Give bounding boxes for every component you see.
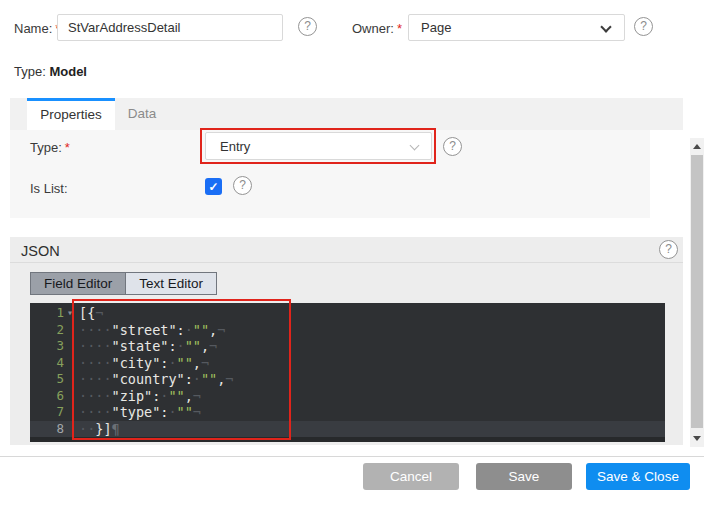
cancel-button[interactable]: Cancel (363, 463, 459, 490)
code-text: ····"street":·"",¬ (76, 322, 225, 339)
owner-label: Owner:* (352, 21, 402, 36)
line-number: 3 (30, 338, 64, 355)
code-line: 7····"type":·""¬ (30, 404, 665, 421)
variable-type-text: Type: Model (14, 64, 87, 79)
code-text: ··}]¶ (76, 421, 120, 438)
name-input[interactable] (57, 14, 283, 41)
code-text: ····"country":·"",¬ (76, 371, 233, 388)
line-number: 1 (30, 305, 64, 322)
gutter-spacer (64, 322, 76, 339)
line-number: 6 (30, 388, 64, 405)
code-line: 8··}]¶ (30, 421, 665, 438)
owner-select-value: Page (421, 20, 451, 35)
code-text: ····"zip":·"",¬ (76, 388, 201, 405)
save-button[interactable]: Save (476, 463, 572, 490)
gutter-spacer (64, 355, 76, 372)
line-number: 2 (30, 322, 64, 339)
line-number: 7 (30, 404, 64, 421)
text-editor-tab[interactable]: Text Editor (125, 273, 216, 294)
scrollbar-thumb[interactable] (691, 155, 703, 428)
name-help-icon[interactable]: ? (298, 17, 317, 36)
code-line: 5····"country":·"",¬ (30, 371, 665, 388)
code-line: 4····"city":·"",¬ (30, 355, 665, 372)
line-number: 8 (30, 421, 64, 438)
variable-editor-dialog: Name:* ? Owner:* Page ? Type: Model Prop… (0, 0, 704, 511)
owner-select[interactable]: Page (408, 14, 625, 41)
tab-data[interactable]: Data (115, 98, 169, 130)
scroll-down-icon[interactable] (693, 436, 701, 441)
scroll-up-icon[interactable] (693, 144, 701, 149)
json-section: JSON ? Field Editor Text Editor 1▾[{¬2··… (10, 237, 683, 445)
code-text: ····"type":·""¬ (76, 404, 201, 421)
type-select-value: Entry (220, 139, 250, 154)
name-label: Name:* (14, 21, 60, 36)
json-section-header: JSON (10, 237, 683, 263)
fold-arrow-icon[interactable]: ▾ (64, 305, 76, 322)
gutter-spacer (64, 371, 76, 388)
field-editor-tab[interactable]: Field Editor (31, 273, 125, 294)
save-and-close-button[interactable]: Save & Close (586, 463, 690, 490)
owner-help-icon[interactable]: ? (634, 17, 653, 36)
chevron-down-icon (410, 141, 420, 151)
required-asterisk: * (65, 140, 70, 155)
tab-bar: Properties Data (10, 98, 683, 130)
json-help-icon[interactable]: ? (659, 240, 678, 259)
json-code-editor[interactable]: 1▾[{¬2····"street":·"",¬3····"state":·""… (30, 303, 665, 442)
type-field-label: Type:* (30, 140, 70, 155)
required-asterisk: * (397, 21, 402, 36)
gutter-spacer (64, 388, 76, 405)
is-list-help-icon[interactable]: ? (233, 176, 252, 195)
gutter-spacer (64, 338, 76, 355)
type-help-icon[interactable]: ? (443, 137, 462, 156)
type-select[interactable]: Entry (205, 132, 432, 160)
vertical-scrollbar[interactable] (690, 138, 704, 447)
is-list-checkbox[interactable] (205, 178, 222, 195)
code-text: ····"city":·"",¬ (76, 355, 209, 372)
code-text: ····"state":·"",¬ (76, 338, 217, 355)
is-list-label: Is List: (30, 181, 68, 196)
code-line: 1▾[{¬ (30, 305, 665, 322)
footer-divider (0, 456, 704, 457)
code-line: 6····"zip":·"",¬ (30, 388, 665, 405)
gutter-spacer (64, 404, 76, 421)
code-lines: 1▾[{¬2····"street":·"",¬3····"state":·""… (30, 305, 665, 437)
code-line: 2····"street":·"",¬ (30, 322, 665, 339)
json-section-title: JSON (21, 243, 60, 259)
code-text: [{¬ (76, 305, 103, 322)
chevron-down-icon (600, 21, 611, 32)
editor-mode-toggle: Field Editor Text Editor (30, 272, 217, 295)
properties-panel: Type:* Entry ? Is List: ? (10, 130, 650, 218)
line-number: 5 (30, 371, 64, 388)
gutter-spacer (64, 421, 76, 438)
line-number: 4 (30, 355, 64, 372)
editor-horizontal-scrollbar[interactable] (30, 437, 665, 442)
tab-properties[interactable]: Properties (27, 98, 115, 130)
variable-type-value: Model (49, 64, 87, 79)
code-line: 3····"state":·"",¬ (30, 338, 665, 355)
